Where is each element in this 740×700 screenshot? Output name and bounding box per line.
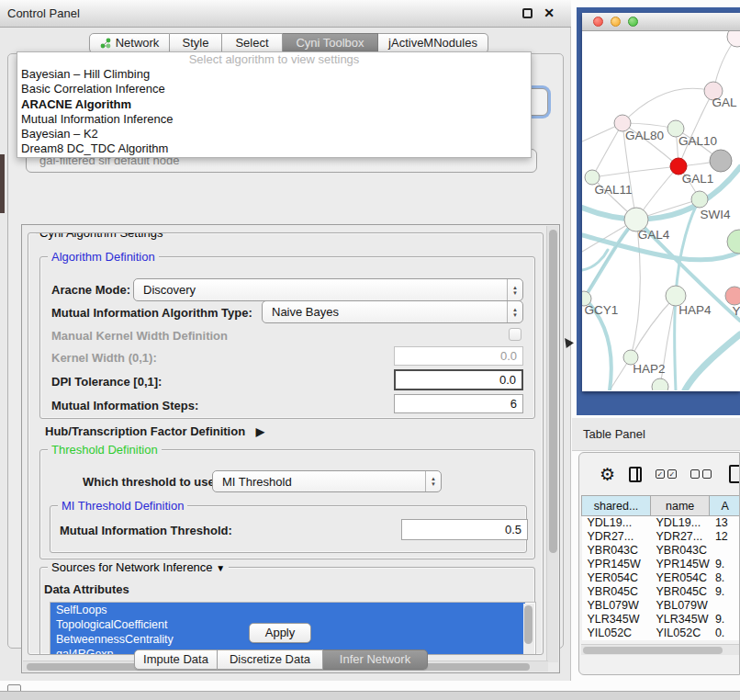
node-label: GAL11 — [594, 183, 632, 197]
table-row[interactable]: YER054CYER054C8. — [582, 571, 740, 585]
thick-edges — [582, 167, 740, 390]
node-label: GCY1 — [585, 303, 619, 317]
node-label: GAL10 — [678, 134, 717, 148]
network-view-window[interactable]: GALGAL80GAL10GAL1GAL11SWI4GAL4GCY1HAP4YH… — [577, 7, 740, 415]
node-label: GAL4 — [638, 228, 670, 242]
status-strip — [0, 691, 740, 700]
kernel-width-label: Kernel Width (0,1): — [51, 351, 157, 365]
table-panel-titlebar: Table Panel — [572, 418, 740, 451]
tab-select[interactable]: Select — [222, 33, 283, 53]
tab-impute-data[interactable]: Impute Data — [134, 649, 218, 670]
node-label: SWI4 — [700, 208, 730, 221]
dropdown-item[interactable]: Bayesian – Hill Climbing — [17, 67, 531, 82]
tab-jactivemnodules[interactable]: jActiveMNodules — [378, 33, 488, 53]
table-row[interactable]: YBR043CYBR043C — [582, 544, 740, 558]
table-horizontal-scrollbar[interactable] — [581, 644, 739, 655]
dropdown-item[interactable]: Dream8 DC_TDC Algorithm — [17, 141, 531, 156]
group-title: Threshold Definition — [48, 443, 162, 457]
table-panel: ⚙ ✓✓ shared...nameAYDL19...YDL19...13YDR… — [578, 452, 740, 675]
mi-threshold-group: MI Threshold Definition Mutual Informati… — [50, 505, 527, 553]
dpi-tolerance-input[interactable]: 0.0 — [394, 369, 523, 390]
algorithm-definition-group: Algorithm Definition Aracne Mode: Discov… — [39, 256, 535, 419]
data-attributes-label: Data Attributes — [44, 582, 129, 596]
mi-threshold-input[interactable]: 0.5 — [401, 519, 528, 540]
select-all-icon[interactable]: ✓✓ — [656, 469, 677, 479]
network-window-titlebar[interactable] — [582, 13, 740, 31]
dropdown-item[interactable]: Bayesian – K2 — [17, 127, 531, 141]
tab-cyni-toolbox[interactable]: Cyni Toolbox — [283, 33, 378, 53]
column-header[interactable]: shared... — [582, 496, 651, 516]
control-panel-tabs: NetworkStyleSelectCyni ToolboxjActiveMNo… — [89, 33, 488, 53]
algorithm-dropdown-popup: Select algorithm to view settings Bayesi… — [17, 51, 532, 158]
cyni-mode-tabs: Impute DataDiscretize DataInfer Network — [134, 649, 428, 670]
columns-icon[interactable] — [629, 467, 642, 482]
gear-icon[interactable]: ⚙ — [600, 464, 615, 485]
list-scrollbar[interactable] — [523, 604, 534, 655]
manual-kernel-checkbox[interactable] — [509, 328, 521, 341]
group-title: Algorithm Definition — [48, 250, 159, 264]
tab-discretize-data[interactable]: Discretize Data — [218, 649, 323, 670]
which-threshold-label: Which threshold to use: — [83, 475, 219, 489]
cyni-algorithm-settings-group: Cyni Algorithm Settings Algorithm Defini… — [28, 232, 544, 655]
network-node[interactable] — [725, 287, 740, 305]
aracne-mode-label: Aracne Mode: — [51, 283, 130, 297]
close-button[interactable] — [593, 17, 603, 27]
kernel-width-input[interactable]: 0.0 — [394, 346, 523, 366]
table-row[interactable]: YDR27...YDR27...12 — [582, 530, 740, 544]
network-node[interactable] — [652, 378, 668, 390]
vertical-scrollbar[interactable] — [546, 226, 558, 662]
attribute-item[interactable]: SelfLoops — [50, 603, 525, 617]
collapse-right-icon: ▶ — [256, 425, 264, 438]
column-header[interactable]: name — [651, 496, 710, 516]
threshold-definition-group: Threshold Definition Which threshold to … — [39, 449, 535, 559]
dropdown-item[interactable]: Basic Correlation Inference — [17, 82, 531, 96]
network-node[interactable] — [691, 191, 708, 208]
network-canvas[interactable]: GALGAL80GAL10GAL1GAL11SWI4GAL4GCY1HAP4YH… — [582, 31, 740, 390]
tab-network[interactable]: Network — [89, 33, 170, 53]
table-row[interactable]: YBR045CYBR045C9. — [582, 585, 740, 599]
tab-style[interactable]: Style — [170, 33, 222, 53]
table-toolbar: ⚙ ✓✓ — [579, 453, 740, 495]
which-threshold-select[interactable]: MI Threshold ▲▼ — [212, 470, 442, 492]
network-node[interactable] — [727, 31, 740, 47]
zoom-button[interactable] — [628, 17, 638, 27]
control-panel-titlebar: Control Panel ✕ — [0, 0, 571, 28]
export-table-icon[interactable] — [729, 465, 740, 483]
node-label: Y — [732, 304, 740, 318]
node-label: HAP4 — [678, 303, 712, 317]
mi-steps-label: Mutual Information Steps: — [51, 399, 198, 412]
dropdown-item[interactable]: Mutual Information Inference — [17, 112, 531, 127]
mi-steps-input[interactable]: 6 — [394, 394, 523, 413]
close-icon[interactable]: ✕ — [544, 6, 555, 20]
column-header[interactable]: A — [710, 496, 740, 516]
manual-kernel-label: Manual Kernel Width Definition — [51, 329, 228, 343]
network-node[interactable] — [727, 230, 740, 254]
group-title: Cyni Algorithm Settings — [36, 232, 166, 240]
panel-title: Control Panel — [7, 0, 80, 28]
table-row[interactable]: YPR145WYPR145W9. — [582, 558, 740, 571]
table-row[interactable]: YDL19...YDL19...13 — [582, 516, 740, 530]
table-row[interactable]: YIL052CYIL052C0. — [582, 627, 740, 640]
node-table[interactable]: shared...nameAYDL19...YDL19...13YDR27...… — [581, 495, 740, 640]
dropdown-item[interactable]: ARACNE Algorithm — [17, 97, 531, 112]
hub-definition-toggle[interactable]: Hub/Transcription Factor Definition ▶ — [45, 424, 264, 438]
tab-infer-network[interactable]: Infer Network — [323, 649, 428, 670]
panel-title: Table Panel — [583, 418, 645, 451]
node-label: HAP2 — [633, 362, 665, 376]
float-window-icon[interactable] — [522, 8, 533, 18]
aracne-mode-select[interactable]: Discovery ▲▼ — [133, 278, 523, 301]
settings-scrollpane: Cyni Algorithm Settings Algorithm Defini… — [21, 224, 560, 673]
node-label: GAL1 — [682, 172, 714, 186]
table-row[interactable]: YBL079WYBL079W — [582, 599, 740, 613]
mi-type-select[interactable]: Naive Bayes ▲▼ — [262, 300, 523, 323]
stepper-arrows-icon: ▲▼ — [507, 279, 522, 300]
apply-button[interactable]: Apply — [249, 623, 311, 643]
collapse-down-icon: ▼ — [216, 563, 225, 573]
minimize-button[interactable] — [611, 17, 621, 27]
network-node[interactable] — [710, 150, 732, 172]
table-row[interactable]: YLR345WYLR345W9. — [582, 613, 740, 627]
deselect-all-icon[interactable] — [690, 469, 712, 479]
node-label: GAL80 — [625, 129, 664, 142]
mi-threshold-label: Mutual Information Threshold: — [60, 524, 232, 537]
sources-toggle[interactable]: Sources for Network Inference ▼ — [48, 560, 229, 574]
